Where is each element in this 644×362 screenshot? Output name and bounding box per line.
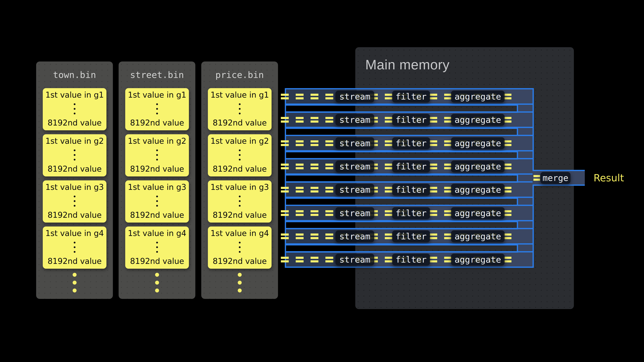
- vector-blocks: 1st value in g1 8192nd value 1st value i…: [118, 88, 195, 269]
- vector-block-g3: 1st value in g3 8192nd value: [208, 180, 272, 223]
- vector-block-g2: 1st value in g2 8192nd value: [43, 134, 106, 176]
- block-first-value: 1st value in g2: [128, 137, 186, 145]
- block-first-value: 1st value in g4: [210, 229, 269, 238]
- block-last-value: 8192nd value: [48, 257, 102, 266]
- vector-block-g4: 1st value in g4 8192nd value: [43, 227, 106, 269]
- vector-block-g3: 1st value in g3 8192nd value: [43, 180, 106, 223]
- vector-block-g4: 1st value in g4 8192nd value: [125, 227, 189, 269]
- more-groups-dots: [201, 273, 278, 293]
- vector-block-g2: 1st value in g2 8192nd value: [208, 134, 272, 176]
- vector-block-g1: 1st value in g1 8192nd value: [208, 88, 272, 130]
- block-last-value: 8192nd value: [213, 118, 267, 127]
- block-last-value: 8192nd value: [130, 165, 184, 173]
- block-first-value: 1st value in g4: [128, 229, 186, 238]
- vector-block-g2: 1st value in g2 8192nd value: [125, 134, 189, 176]
- ellipsis-dots: [156, 149, 158, 161]
- block-first-value: 1st value in g3: [128, 183, 186, 191]
- block-last-value: 8192nd value: [48, 118, 102, 127]
- file-name: street.bin: [118, 61, 195, 88]
- more-groups-dots: [36, 273, 113, 293]
- vector-block-g1: 1st value in g1 8192nd value: [125, 88, 189, 130]
- ellipsis-dots: [156, 103, 158, 114]
- ellipsis-dots: [156, 196, 158, 207]
- vector-block-g3: 1st value in g3 8192nd value: [125, 180, 189, 223]
- vector-blocks: 1st value in g1 8192nd value 1st value i…: [201, 88, 278, 269]
- block-first-value: 1st value in g3: [46, 183, 104, 191]
- block-last-value: 8192nd value: [213, 257, 267, 266]
- file-column-street: street.bin 1st value in g1 8192nd value …: [118, 61, 195, 299]
- ellipsis-dots: [239, 149, 240, 161]
- block-last-value: 8192nd value: [213, 211, 267, 219]
- file-name: price.bin: [201, 61, 278, 88]
- block-first-value: 1st value in g3: [210, 183, 269, 191]
- vector-block-g1: 1st value in g1 8192nd value: [43, 88, 106, 130]
- block-first-value: 1st value in g1: [210, 91, 269, 99]
- block-last-value: 8192nd value: [130, 257, 184, 266]
- ellipsis-dots: [74, 196, 76, 207]
- ellipsis-dots: [239, 242, 240, 253]
- ellipsis-dots: [74, 149, 76, 161]
- more-groups-dots: [118, 273, 195, 293]
- ellipsis-dots: [239, 196, 240, 207]
- vector-blocks: 1st value in g1 8192nd value 1st value i…: [36, 88, 113, 269]
- file-column-price: price.bin 1st value in g1 8192nd value 1…: [201, 61, 278, 299]
- diagram-canvas: Main memory town.bin 1st value in g1 819…: [0, 0, 644, 362]
- file-column-town: town.bin 1st value in g1 8192nd value 1s…: [36, 61, 113, 299]
- vector-block-g4: 1st value in g4 8192nd value: [208, 227, 272, 269]
- block-last-value: 8192nd value: [130, 211, 184, 219]
- block-last-value: 8192nd value: [213, 165, 267, 173]
- block-first-value: 1st value in g4: [46, 229, 104, 238]
- ellipsis-dots: [74, 242, 76, 253]
- ellipsis-dots: [239, 103, 240, 114]
- block-first-value: 1st value in g1: [46, 91, 104, 99]
- block-first-value: 1st value in g2: [210, 137, 269, 145]
- result-label: Result: [594, 172, 624, 184]
- ellipsis-dots: [74, 103, 76, 114]
- block-last-value: 8192nd value: [130, 118, 184, 127]
- block-first-value: 1st value in g2: [46, 137, 104, 145]
- block-last-value: 8192nd value: [48, 211, 102, 219]
- ellipsis-dots: [156, 242, 158, 253]
- block-first-value: 1st value in g1: [128, 91, 186, 99]
- main-memory-title: Main memory: [365, 57, 450, 72]
- main-memory-panel: Main memory: [355, 47, 574, 309]
- file-name: town.bin: [36, 61, 113, 88]
- block-last-value: 8192nd value: [48, 165, 102, 173]
